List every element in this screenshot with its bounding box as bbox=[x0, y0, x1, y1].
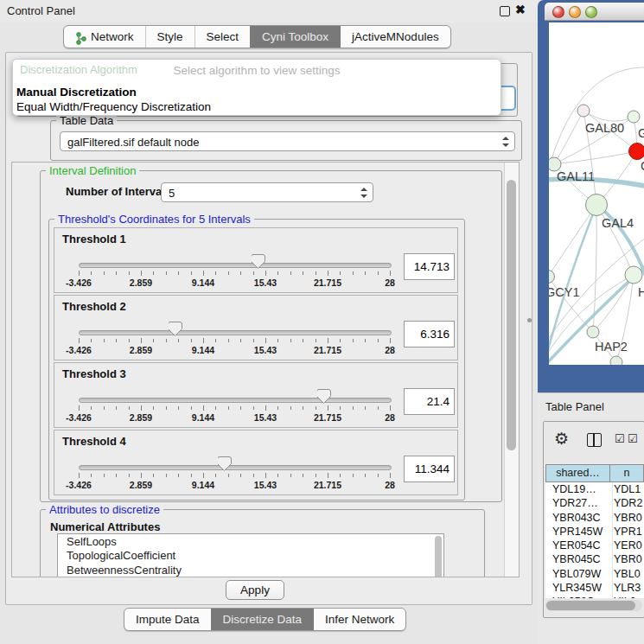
table-row[interactable]: YBR045CYBR0 bbox=[545, 552, 644, 566]
tab-impute-data[interactable]: Impute Data bbox=[124, 609, 211, 630]
float-window-icon[interactable] bbox=[500, 6, 510, 16]
network-node[interactable] bbox=[628, 111, 640, 123]
interval-definition-group: Interval Definition Number of Intervals … bbox=[40, 170, 502, 502]
threshold-label: Threshold 1 bbox=[62, 233, 126, 245]
close-icon[interactable]: ✖ bbox=[515, 3, 526, 16]
column-header[interactable]: shared… bbox=[545, 464, 610, 482]
gear-icon[interactable]: ⚙ bbox=[554, 429, 569, 449]
threshold-label: Threshold 4 bbox=[62, 435, 126, 448]
interval-definition-title: Interval Definition bbox=[46, 164, 139, 177]
tab-discretize-data[interactable]: Discretize Data bbox=[211, 609, 314, 630]
threshold-slider[interactable] bbox=[79, 465, 392, 470]
threshold-label: Threshold 2 bbox=[62, 300, 126, 313]
cell-name: YBR0 bbox=[610, 552, 644, 566]
zoom-light-icon[interactable] bbox=[585, 6, 597, 18]
slider-thumb-icon[interactable] bbox=[218, 456, 232, 471]
slider-thumb-icon[interactable] bbox=[317, 389, 331, 404]
threshold-panel: Threshold 1 -3.4262.8599.14415.4321.7152… bbox=[54, 227, 458, 293]
numerical-attributes-label: Numerical Attributes bbox=[50, 520, 160, 533]
tab-label: Impute Data bbox=[136, 609, 200, 630]
axis-tick-label: 21.715 bbox=[314, 277, 341, 288]
minimize-light-icon[interactable] bbox=[569, 6, 581, 18]
cell-name: YPR1 bbox=[610, 525, 644, 539]
threshold-slider[interactable] bbox=[79, 330, 392, 335]
algorithm-option[interactable]: Equal Width/Frequency Discretization bbox=[16, 100, 211, 113]
attribute-list-item[interactable]: TopologicalCoefficient bbox=[58, 549, 443, 564]
table-data-combobox[interactable]: galFiltered.sif default node bbox=[60, 131, 515, 151]
table-row[interactable]: YER054CYER0 bbox=[545, 539, 644, 552]
table-row[interactable]: YIL052CYIL0 bbox=[545, 595, 644, 598]
slider-thumb-icon[interactable] bbox=[252, 254, 265, 269]
attribute-list-item[interactable]: BetweennessCentrality bbox=[58, 563, 443, 577]
axis-tick-label: 2.859 bbox=[130, 480, 152, 490]
axis-tick-label: -3.426 bbox=[66, 277, 92, 288]
network-node[interactable] bbox=[610, 356, 622, 365]
threshold-slider[interactable] bbox=[79, 263, 392, 268]
node-label: H bbox=[638, 285, 644, 299]
network-node[interactable] bbox=[629, 143, 644, 160]
close-light-icon[interactable] bbox=[552, 6, 564, 18]
control-panel-tabbar: NetworkStyleSelectCyni ToolboxjActiveMNo… bbox=[63, 25, 451, 48]
cell-name: YLR3 bbox=[610, 581, 644, 595]
cell-shared-name: YBR043C bbox=[545, 511, 610, 525]
tab-cyni-toolbox[interactable]: Cyni Toolbox bbox=[250, 26, 340, 48]
cyni-bottom-tabbar: Impute DataDiscretize DataInfer Network bbox=[124, 608, 406, 631]
network-node[interactable] bbox=[577, 105, 590, 117]
attributes-group: Attributes to discretize Numerical Attri… bbox=[40, 509, 485, 577]
table-data-combobox-value: galFiltered.sif default node bbox=[67, 136, 199, 149]
scrollbar-thumb[interactable] bbox=[546, 601, 635, 610]
slider-thumb-icon[interactable] bbox=[169, 322, 182, 336]
network-node[interactable] bbox=[586, 194, 608, 216]
tab-style[interactable]: Style bbox=[145, 26, 194, 48]
axis-tick-label: 28 bbox=[385, 412, 395, 423]
table-row[interactable]: YLR345WYLR3 bbox=[545, 581, 644, 595]
column-header[interactable]: n bbox=[610, 464, 644, 482]
tab-select[interactable]: Select bbox=[194, 26, 251, 48]
cell-shared-name: YBR045C bbox=[545, 552, 610, 566]
axis-tick-label: 21.715 bbox=[314, 345, 341, 355]
axis-tick-label: -3.426 bbox=[66, 480, 92, 490]
table-row[interactable]: YBL079WYBL0 bbox=[545, 567, 644, 581]
checkbox-icon[interactable]: ☑ bbox=[615, 432, 625, 445]
divider-grip[interactable] bbox=[527, 318, 532, 322]
table-row[interactable]: YDL19…YDL1 bbox=[545, 482, 644, 496]
axis-tick-label: 21.715 bbox=[314, 412, 341, 423]
threshold-slider[interactable] bbox=[79, 398, 392, 403]
axis-tick-label: 2.859 bbox=[130, 277, 152, 288]
table-row[interactable]: YBR043CYBR0 bbox=[545, 511, 644, 525]
threshold-value-input[interactable] bbox=[404, 456, 455, 482]
tab-network[interactable]: Network bbox=[64, 26, 145, 48]
attribute-list-item[interactable]: SelfLoops bbox=[58, 534, 443, 549]
axis-tick-label: 9.144 bbox=[192, 345, 214, 355]
network-node[interactable] bbox=[625, 266, 642, 284]
cell-shared-name: YDR27… bbox=[545, 496, 610, 510]
table-data-group: Table Data galFiltered.sif default node bbox=[50, 120, 522, 161]
tab-label: Network bbox=[91, 26, 134, 48]
apply-button[interactable]: Apply bbox=[226, 580, 284, 600]
columns-icon[interactable] bbox=[587, 433, 602, 447]
network-canvas[interactable]: GAL80GCGAL11GAL4GCY1HHAP2 bbox=[549, 22, 644, 365]
tab-jactivemnodules[interactable]: jActiveMNodules bbox=[340, 26, 450, 48]
algorithm-option[interactable]: Manual Discretization bbox=[16, 86, 137, 99]
checkbox-icon[interactable]: ☑ bbox=[628, 432, 638, 445]
network-node[interactable] bbox=[549, 271, 555, 284]
node-label: GAL4 bbox=[602, 216, 634, 230]
horizontal-scrollbar[interactable] bbox=[545, 600, 642, 611]
axis-tick-label: 28 bbox=[385, 480, 395, 490]
vertical-scrollbar[interactable] bbox=[504, 163, 519, 577]
threshold-value-input[interactable] bbox=[404, 388, 455, 415]
list-scrollbar[interactable] bbox=[434, 535, 443, 577]
threshold-value-input[interactable] bbox=[404, 321, 455, 348]
number-of-intervals-combobox[interactable]: 5 bbox=[161, 182, 373, 202]
threshold-value-input[interactable] bbox=[404, 253, 455, 280]
tab-label: Cyni Toolbox bbox=[262, 26, 328, 48]
algorithm-dropdown-popup: Discretization Algorithm Select algorith… bbox=[12, 59, 501, 116]
network-window-titlebar[interactable] bbox=[545, 3, 644, 21]
numerical-attributes-list[interactable]: SelfLoopsTopologicalCoefficientBetweenne… bbox=[57, 533, 444, 577]
table-row[interactable]: YPR145WYPR1 bbox=[545, 525, 644, 539]
network-node[interactable] bbox=[587, 326, 599, 338]
table-row[interactable]: YDR27…YDR2 bbox=[545, 496, 644, 510]
scrollbar-thumb[interactable] bbox=[507, 180, 516, 450]
tab-infer-network[interactable]: Infer Network bbox=[313, 609, 405, 630]
node-label: GAL11 bbox=[557, 169, 595, 183]
